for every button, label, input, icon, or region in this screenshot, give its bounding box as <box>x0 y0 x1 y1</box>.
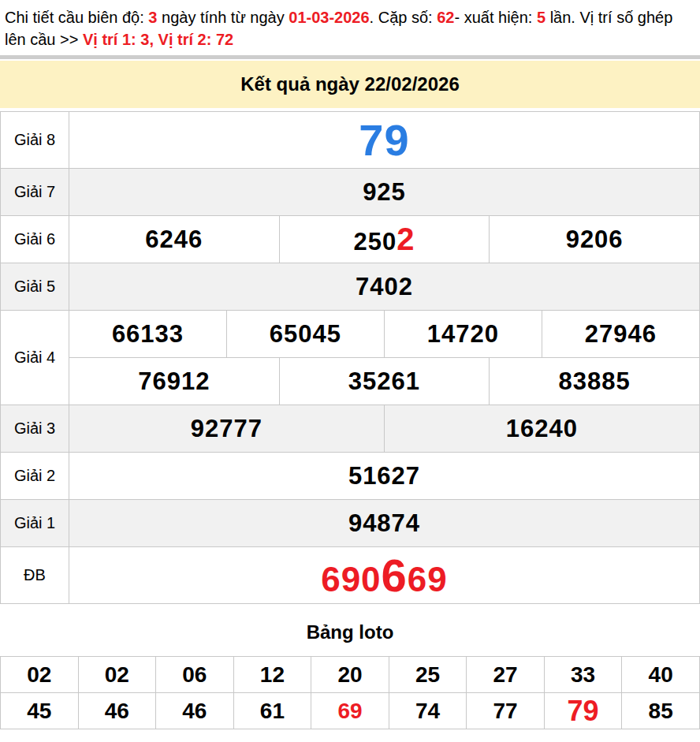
prize-number-cell: 7402 <box>69 263 700 311</box>
prize-label: Giải 3 <box>1 405 69 453</box>
prize-number-segment: 9206 <box>566 226 624 253</box>
results-row: Giải 7925 <box>1 169 700 216</box>
prize-number-segment: 6 <box>382 550 408 601</box>
results-row: Giải 466133650451472027946 <box>1 311 700 358</box>
prize-number-cell: 27946 <box>542 311 699 358</box>
results-table-body: Giải 879Giải 7925Giải 6624625029206Giải … <box>1 112 700 604</box>
note-segment: Chi tiết cầu biên độ: <box>5 9 148 26</box>
loto-number-cell: 85 <box>622 693 700 729</box>
prize-number-cell: 83885 <box>490 358 700 405</box>
loto-number-cell: 06 <box>156 657 234 693</box>
prize-number-segment: 7402 <box>356 273 413 300</box>
loto-table-body: 020206122025273340454646616974777985 <box>1 657 700 729</box>
prize-number-cell: 9206 <box>490 216 700 263</box>
prize-number-cell: 66133 <box>69 311 227 358</box>
results-row: Giải 6624625029206 <box>1 216 700 263</box>
loto-number-cell: 02 <box>78 657 156 693</box>
loto-number-cell: 40 <box>622 657 700 693</box>
prize-number-cell: 6246 <box>69 216 280 263</box>
loto-row: 020206122025273340 <box>1 657 700 693</box>
results-row: 769123526183885 <box>1 358 700 405</box>
loto-table-title: Bảng loto <box>0 621 700 643</box>
loto-row: 454646616974777985 <box>1 693 700 729</box>
loto-number-cell: 46 <box>156 693 234 729</box>
result-date-banner: Kết quả ngày 22/02/2026 <box>0 61 700 108</box>
prize-number-segment: 6246 <box>145 226 203 253</box>
prize-number-cell: 94874 <box>69 500 700 547</box>
prize-number-segment: 925 <box>363 178 406 206</box>
results-row: Giải 251627 <box>1 453 700 500</box>
prize-number-segment: 690 <box>321 560 381 598</box>
loto-number-cell: 77 <box>467 693 545 729</box>
note-segment: 5 <box>537 9 545 26</box>
results-row: Giải 57402 <box>1 263 700 311</box>
prize-number-cell: 92777 <box>69 405 385 453</box>
note-segment: 01-03-2026 <box>289 9 369 26</box>
prize-number-cell: 65045 <box>226 311 384 358</box>
prize-number-segment: 79 <box>359 115 409 165</box>
note-segment: . Cặp số: <box>370 9 438 26</box>
results-row: Giải 39277716240 <box>1 405 700 453</box>
bridge-detail-note: Chi tiết cầu biên độ: 3 ngày tính từ ngà… <box>0 0 700 50</box>
prize-number-cell: 925 <box>69 169 700 216</box>
results-table: Giải 879Giải 7925Giải 6624625029206Giải … <box>0 111 700 604</box>
note-segment: Vị trí 1: 3, Vị trí 2: 72 <box>83 31 233 48</box>
prize-label: Giải 2 <box>1 453 69 500</box>
prize-number-segment: 51627 <box>348 462 420 490</box>
note-segment: - xuất hiện: <box>454 9 537 26</box>
prize-label: Giải 8 <box>1 112 69 169</box>
note-segment: ngày tính từ ngày <box>157 9 289 26</box>
prize-number-cell: 14720 <box>384 311 542 358</box>
prize-number-cell: 79 <box>69 112 700 169</box>
prize-number-segment: 92777 <box>191 415 262 442</box>
prize-number-cell: 2502 <box>279 216 490 263</box>
prize-label: Giải 6 <box>1 216 69 263</box>
results-row: Giải 194874 <box>1 500 700 547</box>
prize-number-segment: 16240 <box>506 415 578 442</box>
loto-number-cell: 79 <box>544 693 622 729</box>
loto-number-cell: 02 <box>1 657 79 693</box>
prize-number-cell: 76912 <box>69 358 280 405</box>
prize-label: Giải 5 <box>1 263 69 311</box>
loto-number-cell: 25 <box>389 657 467 693</box>
prize-number-segment: 65045 <box>270 320 341 348</box>
lottery-results-page: Chi tiết cầu biên độ: 3 ngày tính từ ngà… <box>0 0 700 729</box>
prize-number-segment: 250 <box>353 228 397 255</box>
loto-number-cell: 27 <box>467 657 545 693</box>
result-date-title: Kết quả ngày 22/02/2026 <box>240 73 459 95</box>
loto-number-cell: 45 <box>1 693 79 729</box>
prize-number-segment: 27946 <box>585 320 657 348</box>
loto-number-cell: 69 <box>311 693 389 729</box>
loto-table: 020206122025273340454646616974777985 <box>0 656 700 729</box>
loto-number-cell: 33 <box>544 657 622 693</box>
prize-label: ĐB <box>1 547 69 604</box>
prize-number-segment: 35261 <box>348 367 420 395</box>
results-row: Giải 879 <box>1 112 700 169</box>
prize-number-segment: 69 <box>408 560 448 598</box>
section-divider <box>0 55 700 59</box>
prize-label: Giải 4 <box>1 311 69 405</box>
loto-number-cell: 74 <box>389 693 467 729</box>
prize-number-segment: 2 <box>397 222 415 256</box>
results-row: ĐB690669 <box>1 547 700 604</box>
loto-number-cell: 46 <box>78 693 156 729</box>
note-segment: 3 <box>148 9 157 26</box>
prize-label: Giải 1 <box>1 500 69 547</box>
loto-number-cell: 61 <box>233 693 311 729</box>
prize-number-cell: 16240 <box>384 405 699 453</box>
loto-number-cell: 20 <box>311 657 389 693</box>
prize-number-cell: 35261 <box>279 358 490 405</box>
prize-number-cell: 51627 <box>69 453 700 500</box>
prize-number-cell: 690669 <box>69 547 700 604</box>
note-segment: 62 <box>437 9 454 26</box>
prize-number-segment: 83885 <box>559 367 631 395</box>
prize-number-segment: 94874 <box>348 509 420 537</box>
prize-number-segment: 14720 <box>427 320 499 348</box>
loto-number-cell: 12 <box>233 657 311 693</box>
prize-number-segment: 76912 <box>138 367 210 395</box>
prize-label: Giải 7 <box>1 169 69 216</box>
prize-number-segment: 66133 <box>112 320 184 348</box>
